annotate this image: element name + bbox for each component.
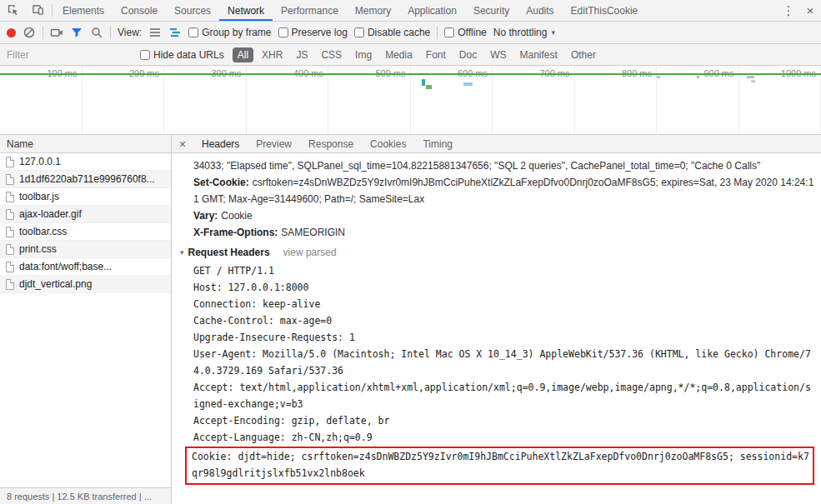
resource-type-filters: All XHR JS CSS Img Media Font Doc WS Man… <box>233 47 601 62</box>
preserve-log-input[interactable] <box>278 27 288 37</box>
request-headers-section[interactable]: ▾ Request Headers view parsed <box>180 247 814 258</box>
table-row[interactable]: data:font/woff;base... <box>0 258 171 276</box>
font-icon <box>6 262 14 272</box>
table-row[interactable]: toolbar.css <box>0 223 171 241</box>
show-overview-icon[interactable] <box>168 26 182 39</box>
request-name: toolbar.css <box>19 226 67 237</box>
response-header-line: X-Frame-Options:SAMEORIGIN <box>193 224 814 241</box>
tabbar-right-controls: ⋮ × <box>778 0 821 21</box>
hide-data-urls-input[interactable] <box>140 50 150 60</box>
offline-checkbox: Offline <box>444 27 486 38</box>
request-source-line: Upgrade-Insecure-Requests: 1 <box>193 329 814 346</box>
divider <box>43 26 43 39</box>
clear-icon[interactable] <box>23 26 36 39</box>
kebab-menu-icon[interactable]: ⋮ <box>778 3 799 18</box>
offline-input[interactable] <box>444 27 454 37</box>
tab-headers[interactable]: Headers <box>193 135 248 152</box>
filter-icon[interactable] <box>70 26 83 39</box>
filter-input[interactable] <box>7 49 132 61</box>
image-icon <box>6 279 14 290</box>
request-source-line: Accept: text/html,application/xhtml+xml,… <box>193 379 814 412</box>
filter-type-manifest[interactable]: Manifest <box>515 47 563 62</box>
device-toolbar-button[interactable] <box>25 0 50 21</box>
filter-type-font[interactable]: Font <box>421 47 451 62</box>
tab-application[interactable]: Application <box>399 0 465 21</box>
table-row[interactable]: ajax-loader.gif <box>0 206 171 223</box>
filter-type-js[interactable]: JS <box>291 47 313 62</box>
request-name: 127.0.0.1 <box>19 156 61 167</box>
disable-cache-input[interactable] <box>354 27 364 37</box>
response-header-overflow: 34033; "Elapsed time", SQLPanel_sql_time… <box>193 157 814 174</box>
response-header-line: Vary:Cookie <box>193 207 814 224</box>
filter-type-xhr[interactable]: XHR <box>257 47 288 62</box>
waterfall-bar <box>463 82 473 86</box>
disable-cache-label: Disable cache <box>368 27 430 38</box>
request-source-line: Accept-Language: zh-CN,zh;q=0.9 <box>193 429 814 446</box>
tab-performance[interactable]: Performance <box>273 0 347 21</box>
name-column-header[interactable]: Name <box>0 135 171 153</box>
view-label: View: <box>118 27 142 38</box>
table-row[interactable]: toolbar.js <box>0 188 171 206</box>
close-devtools-icon[interactable]: × <box>799 3 821 17</box>
devtools-tabbar: Elements Console Sources Network Perform… <box>0 0 821 22</box>
header-name: X-Frame-Options: <box>193 227 278 238</box>
capture-screenshots-icon[interactable] <box>50 26 63 39</box>
stylesheet-icon <box>6 227 14 237</box>
tab-timing[interactable]: Timing <box>414 135 461 152</box>
tab-response[interactable]: Response <box>300 135 362 152</box>
tab-editthiscookie[interactable]: EditThisCookie <box>563 0 647 21</box>
throttling-dropdown[interactable]: No throttling ▾ <box>493 27 555 38</box>
close-detail-icon[interactable]: × <box>172 135 193 152</box>
request-rows: 127.0.0.1 1d1df6220ab711e9996760f8... to… <box>0 153 171 487</box>
filter-type-media[interactable]: Media <box>380 47 418 62</box>
request-source-line: Connection: keep-alive <box>193 296 814 312</box>
tab-sources[interactable]: Sources <box>166 0 219 21</box>
tab-preview[interactable]: Preview <box>248 135 300 152</box>
tab-network[interactable]: Network <box>219 0 273 21</box>
waterfall-bar <box>751 80 755 82</box>
group-by-frame-input[interactable] <box>188 27 198 37</box>
cookie-header-line: Cookie: djdt=hide; csrftoken=z4sDnWBZDz5… <box>192 448 811 482</box>
tab-elements[interactable]: Elements <box>54 0 113 21</box>
filter-type-doc[interactable]: Doc <box>454 47 482 62</box>
devtools-window: Elements Console Sources Network Perform… <box>0 0 821 504</box>
table-row[interactable]: print.css <box>0 241 171 258</box>
view-parsed-link[interactable]: view parsed <box>283 247 337 258</box>
headers-content: 34033; "Elapsed time", SQLPanel_sql_time… <box>172 153 821 504</box>
waterfall-bar <box>426 85 432 89</box>
table-row[interactable]: 1d1df6220ab711e9996760f8... <box>0 171 171 188</box>
preserve-log-checkbox: Preserve log <box>278 27 348 38</box>
filter-type-all[interactable]: All <box>233 47 253 62</box>
hide-data-urls-label: Hide data URLs <box>153 49 224 61</box>
table-row[interactable]: djdt_vertical.png <box>0 276 171 293</box>
filter-type-css[interactable]: CSS <box>316 47 347 62</box>
disable-cache-checkbox: Disable cache <box>354 27 430 38</box>
network-overview-timeline[interactable]: 100 ms 200 ms 300 ms 400 ms 500 ms 600 m… <box>0 66 821 135</box>
filter-type-other[interactable]: Other <box>566 47 601 62</box>
record-button[interactable] <box>7 28 16 37</box>
request-list-pane: Name 127.0.0.1 1d1df6220ab711e9996760f8.… <box>0 135 172 504</box>
network-filter-bar: Hide data URLs All XHR JS CSS Img Media … <box>0 44 821 66</box>
filter-type-ws[interactable]: WS <box>485 47 511 62</box>
tab-console[interactable]: Console <box>113 0 166 21</box>
tab-security[interactable]: Security <box>465 0 518 21</box>
divider <box>437 26 438 39</box>
tab-cookies[interactable]: Cookies <box>362 135 414 152</box>
script-icon <box>6 174 14 185</box>
request-detail-pane: × Headers Preview Response Cookies Timin… <box>172 135 821 504</box>
timeline-tick: 800 ms <box>575 66 658 134</box>
tab-audits[interactable]: Audits <box>518 0 562 21</box>
tab-memory[interactable]: Memory <box>347 0 399 21</box>
divider <box>110 26 111 39</box>
status-bar: 8 requests | 12.5 KB transferred | ... <box>0 487 171 504</box>
timeline-tick: 300 ms <box>164 66 247 134</box>
inspect-element-button[interactable] <box>0 0 25 21</box>
table-row[interactable]: 127.0.0.1 <box>0 153 171 171</box>
header-value: SAMEORIGIN <box>281 227 345 238</box>
device-toolbar-icon <box>32 3 44 18</box>
divider <box>52 4 53 17</box>
request-source-line: GET / HTTP/1.1 <box>193 262 814 279</box>
large-rows-icon[interactable] <box>148 26 162 39</box>
filter-type-img[interactable]: Img <box>350 47 377 62</box>
search-icon[interactable] <box>90 26 103 39</box>
